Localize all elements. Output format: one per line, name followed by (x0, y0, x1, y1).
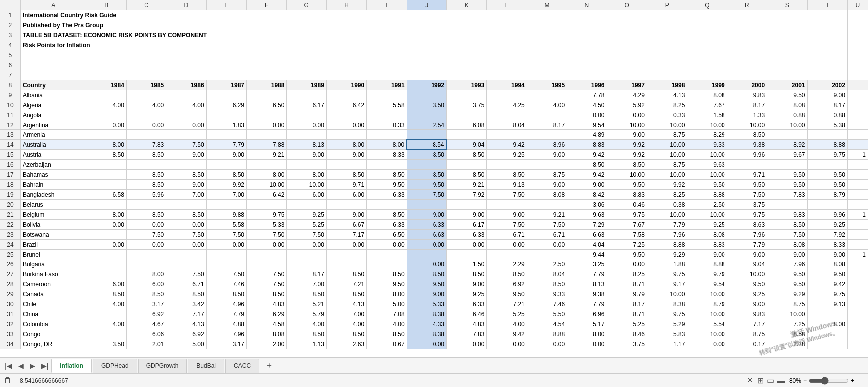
cell-a3[interactable]: TABLE 5B DATASET: ECONOMIC RISK POINTS B… (20, 30, 847, 40)
col-label-2000: 2000 (727, 80, 767, 90)
cell-a5 (20, 50, 847, 60)
tab-gdphead[interactable]: GDPHead (93, 359, 137, 373)
row-num-2: 2 (0, 20, 21, 30)
cell-a1[interactable]: International Country Risk Guide (20, 10, 847, 20)
col-label-1996: 1996 (567, 80, 607, 90)
table-row: 24 Brazil 0.000.000.000.000.000.000.000.… (0, 240, 868, 250)
zoom-control: 80% − + ⛶ (789, 377, 864, 385)
col-header-s[interactable]: S (767, 0, 807, 10)
zoom-minus-icon[interactable]: − (803, 377, 807, 384)
col-header-g[interactable]: G (287, 0, 326, 10)
col-label-1984: 1984 (86, 80, 126, 90)
col-label-2002: 2002 (807, 80, 847, 90)
col-header-l[interactable]: L (487, 0, 527, 10)
cell-a4[interactable]: Risk Points for Inflation (20, 40, 847, 50)
col-label-1999: 1999 (687, 80, 727, 90)
grid-icon[interactable]: ⊞ (757, 376, 764, 385)
cell-u8 (847, 80, 868, 90)
col-label-1989: 1989 (287, 80, 326, 90)
col-header-p[interactable]: P (647, 0, 687, 10)
col-header-m[interactable]: M (527, 0, 567, 10)
col-label-1997: 1997 (607, 80, 647, 90)
tab-nav-prev[interactable]: ◀ (15, 361, 27, 370)
table-row: 14 Australia 8.007.837.507.797.888.138.0… (0, 140, 868, 150)
tab-budbal[interactable]: BudBal (188, 359, 224, 373)
row-4: 4 Risk Points for Inflation (0, 40, 868, 50)
table-row: 32 Colombia 4.004.674.134.884.584.004.00… (0, 319, 868, 329)
row-num-7: 7 (0, 70, 21, 80)
col-header-a[interactable]: A (20, 0, 86, 10)
fullscreen-icon[interactable]: ⛶ (858, 377, 864, 384)
row-num-8: 8 (0, 80, 21, 90)
table-row: 18 Bahrain 8.509.009.9210.0010.009.719.5… (0, 180, 868, 190)
row-3: 3 TABLE 5B DATASET: ECONOMIC RISK POINTS… (0, 30, 868, 40)
table-row: 13 Armenia 4.899.008.758.298.50 (0, 130, 868, 140)
eye-icon[interactable]: 👁 (746, 376, 754, 385)
col-label-1994: 1994 (487, 80, 527, 90)
col-header-h[interactable]: H (326, 0, 366, 10)
tab-add-button[interactable]: ＋ (260, 358, 278, 373)
view-icons: 👁 ⊞ ▭ ▬ (746, 376, 785, 385)
table-row: 21 Belgium 8.008.508.509.889.759.259.008… (0, 210, 868, 220)
status-bar-right: 👁 ⊞ ▭ ▬ 80% − + ⛶ (746, 376, 864, 385)
page-view-icon[interactable]: ▬ (777, 376, 785, 385)
cell-u5 (847, 50, 868, 60)
row-5: 5 (0, 50, 868, 60)
tab-bar: |◀ ◀ ▶ ▶| Inflation GDPHead GDPGrowth Bu… (0, 357, 868, 373)
col-header-b[interactable]: B (86, 0, 126, 10)
col-label-1985: 1985 (126, 80, 166, 90)
table-row: 23 Botswana 7.507.507.507.507.507.176.50… (0, 230, 868, 240)
col-header-k[interactable]: K (446, 0, 486, 10)
normal-view-icon[interactable]: ▭ (767, 376, 774, 385)
col-header-q[interactable]: Q (687, 0, 727, 10)
table-row: 28 Cameroon 6.006.006.717.467.507.007.21… (0, 279, 868, 289)
sheet-area: A B C D E F G H I J K L M N O P Q (0, 0, 868, 357)
row-2: 2 Published by The Prs Group (0, 20, 868, 30)
tab-inflation[interactable]: Inflation (51, 359, 92, 373)
table-row: 9 Albania 7.784.294.138.089.839.509.00 (0, 90, 868, 100)
tab-nav-last[interactable]: ▶| (38, 361, 52, 370)
zoom-plus-icon[interactable]: + (851, 377, 854, 384)
table-row: 19 Bangladesh 6.585.967.007.006.426.006.… (0, 190, 868, 200)
col-header-n[interactable]: N (567, 0, 607, 10)
col-header-r[interactable]: R (727, 0, 767, 10)
table-row: 34 Congo, DR 3.502.015.003.172.001.132.6… (0, 339, 868, 349)
col-header-e[interactable]: E (206, 0, 246, 10)
col-header-i[interactable]: I (367, 0, 407, 10)
corner-header (0, 0, 21, 10)
row-num-5: 5 (0, 50, 21, 60)
status-bar-left: 🗒 8.5416666666667 (4, 376, 68, 385)
table-row: 30 Chile 4.003.173.424.964.835.214.135.0… (0, 299, 868, 309)
col-header-j[interactable]: J (407, 0, 446, 10)
col-label-1995: 1995 (527, 80, 567, 90)
row-num-4: 4 (0, 40, 21, 50)
zoom-slider[interactable] (809, 377, 849, 385)
col-header-c[interactable]: C (126, 0, 166, 10)
tab-nav-next[interactable]: ▶ (27, 361, 38, 370)
col-label-1990: 1990 (326, 80, 366, 90)
cell-a7 (20, 70, 847, 80)
tab-cacc[interactable]: CACC (225, 359, 259, 373)
row-1: 1 International Country Risk Guide (0, 10, 868, 20)
table-row: 26 Bulgaria 0.00 1.502.292.503.250.001.8… (0, 259, 868, 269)
col-label-2001: 2001 (767, 80, 807, 90)
spreadsheet-grid: A B C D E F G H I J K L M N O P Q (0, 0, 868, 349)
tab-gdpgrowth[interactable]: GDPGrowth (138, 359, 187, 373)
tab-nav-first[interactable]: |◀ (2, 361, 15, 370)
col-header-u[interactable]: U (847, 0, 868, 10)
table-row: 16 Azerbaijan 8.508.508.759.63 (0, 160, 868, 170)
cell-a2[interactable]: Published by The Prs Group (20, 20, 847, 30)
col-header-o[interactable]: O (607, 0, 647, 10)
cell-u3 (847, 30, 868, 40)
cell-u1 (847, 10, 868, 20)
table-row: 17 Bahamas 8.508.508.508.008.008.508.50 … (0, 170, 868, 180)
col-header-d[interactable]: D (166, 0, 206, 10)
spreadsheet-wrapper: A B C D E F G H I J K L M N O P Q (0, 0, 868, 387)
table-row: 22 Bolivia 0.000.000.005.585.335.256.676… (0, 220, 868, 230)
col-header-t[interactable]: T (807, 0, 847, 10)
cell-u4 (847, 40, 868, 50)
col-header-f[interactable]: F (247, 0, 287, 10)
col-label-1998: 1998 (647, 80, 687, 90)
table-row: 31 China 6.927.177.796.295.797.007.08 8.… (0, 309, 868, 319)
col-label-1992: 1992 (407, 80, 446, 90)
